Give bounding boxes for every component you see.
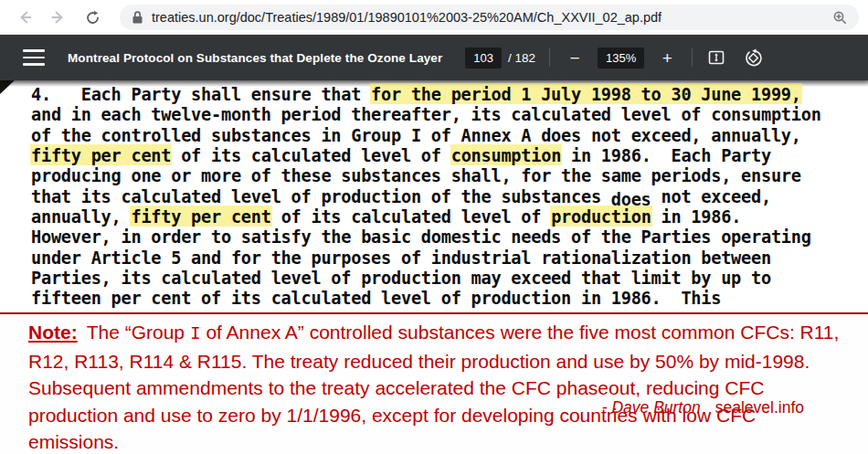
rotate-counterclockwise-icon xyxy=(744,48,763,68)
highlighted-text: fifty per cent xyxy=(131,207,270,227)
document-text-segment: annually, xyxy=(31,207,131,227)
page-controls: 103 / 182 xyxy=(465,48,535,69)
document-text-segment: that its calculated level of production … xyxy=(31,187,611,206)
document-text-segment: 4. Each Party shall ensure that xyxy=(31,85,371,104)
back-button[interactable] xyxy=(13,5,37,29)
document-text-segment: of the controlled substances in Group I … xyxy=(31,126,801,145)
menu-button[interactable] xyxy=(23,49,45,66)
document-text-segment: under Article 5 and for the purposes of … xyxy=(31,248,771,268)
page-zoom-icon[interactable] xyxy=(832,10,848,26)
reload-button[interactable] xyxy=(80,5,104,29)
pdf-viewer-toolbar: Montreal Protocol on Substances that Dep… xyxy=(0,35,868,80)
document-line: annually, fifty per cent of its calculat… xyxy=(31,207,858,227)
document-text-segment: fifteen per cent of its calculated level… xyxy=(31,289,721,308)
document-text-segment: not exceed, xyxy=(651,187,771,206)
document-text-segment: producing one or more of these substance… xyxy=(31,166,801,185)
toolbar-separator xyxy=(549,48,550,67)
annotation-note: Note:The “Group I of Annex A” controlled… xyxy=(0,314,868,454)
note-signature: - Dave Burtonsealevel.info xyxy=(584,367,804,448)
rotate-button[interactable] xyxy=(743,48,763,68)
browser-toolbar: treaties.un.org/doc/Treaties/1989/01/198… xyxy=(0,0,868,35)
highlighted-text: production xyxy=(551,207,651,227)
fit-to-page-icon xyxy=(707,48,725,67)
document-text-segment: and in each twelve-month period thereaft… xyxy=(31,105,821,124)
toolbar-separator xyxy=(692,48,693,67)
document-line: of the controlled substances in Group I … xyxy=(31,126,858,146)
document-line: that its calculated level of production … xyxy=(31,187,858,207)
scan-artifact xyxy=(0,80,20,94)
document-text: 4. Each Party shall ensure that for the … xyxy=(31,85,858,310)
page-count-label: / 182 xyxy=(508,51,535,65)
hamburger-icon xyxy=(23,49,45,52)
document-line: and in each twelve-month period thereaft… xyxy=(31,105,858,125)
highlighted-text: fifty per cent xyxy=(31,146,171,165)
author-name: - Dave Burton xyxy=(602,398,701,417)
pdf-page: 4. Each Party shall ensure that for the … xyxy=(0,80,868,312)
fit-to-page-button[interactable] xyxy=(706,48,726,68)
https-lock-icon[interactable] xyxy=(132,10,143,25)
document-text-segment: does xyxy=(611,190,651,209)
document-text-segment: of its calculated level of xyxy=(271,207,551,227)
highlighted-text: consumption xyxy=(451,146,561,165)
highlighted-text: for the period 1 July 1998 to 30 June 19… xyxy=(371,85,801,104)
document-text-segment: of its calculated level of xyxy=(171,146,450,165)
document-line: 4. Each Party shall ensure that for the … xyxy=(31,85,858,105)
document-line: producing one or more of these substance… xyxy=(31,166,858,186)
forward-arrow-icon xyxy=(50,9,67,26)
url-text[interactable]: treaties.un.org/doc/Treaties/1989/01/198… xyxy=(152,10,662,25)
document-line: fifteen per cent of its calculated level… xyxy=(31,289,858,309)
back-arrow-icon xyxy=(16,9,33,26)
page-number-input[interactable]: 103 xyxy=(465,48,502,69)
zoom-in-button[interactable]: + xyxy=(656,49,678,67)
note-text-segment: The “Group xyxy=(87,322,190,343)
zoom-out-button[interactable]: − xyxy=(564,49,586,67)
note-text-segment: I xyxy=(190,324,201,344)
website-label: sealevel.info xyxy=(715,398,804,417)
document-text-segment: in 1986. xyxy=(651,207,742,227)
document-line: under Article 5 and for the purposes of … xyxy=(31,248,858,269)
reload-icon xyxy=(85,10,101,26)
url-bar[interactable]: treaties.un.org/doc/Treaties/1989/01/198… xyxy=(120,5,859,30)
note-label: Note: xyxy=(28,322,78,343)
document-line: Parties, its calculated level of product… xyxy=(31,269,858,289)
forward-button[interactable] xyxy=(47,5,70,29)
pdf-document-title: Montreal Protocol on Substances that Dep… xyxy=(68,51,442,65)
document-text-segment: Parties, its calculated level of product… xyxy=(31,269,771,288)
document-text-segment: in 1986. Each Party xyxy=(561,146,771,165)
document-line: However, in order to satisfy the basic d… xyxy=(31,227,858,248)
document-text-segment: However, in order to satisfy the basic d… xyxy=(31,227,811,247)
zoom-level-input[interactable]: 135% xyxy=(598,48,644,69)
document-line: fifty per cent of its calculated level o… xyxy=(31,146,858,166)
